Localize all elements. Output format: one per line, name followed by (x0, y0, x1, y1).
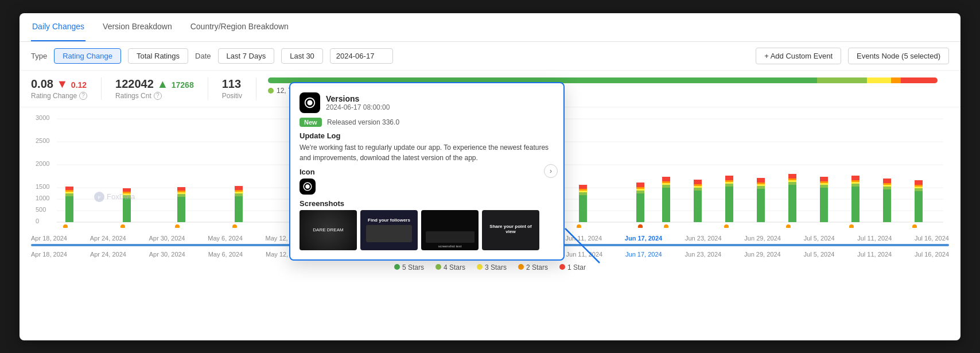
svg-rect-79 (725, 187, 733, 222)
tab-daily-changes[interactable]: Daily Changes (31, 13, 85, 41)
tabs-bar: Daily Changes Version Breakdown Country/… (20, 13, 960, 42)
svg-rect-18 (65, 187, 73, 190)
svg-rect-61 (579, 191, 587, 192)
total-ratings-btn[interactable]: Total Ratings (128, 48, 188, 64)
popup-title: Versions (326, 94, 390, 103)
svg-rect-87 (757, 183, 765, 184)
3star-segment (867, 77, 891, 83)
type-label: Type (31, 52, 47, 60)
svg-rect-83 (725, 176, 733, 180)
svg-line-132 (565, 228, 600, 263)
svg-rect-29 (235, 196, 243, 222)
update-log-body: We're working fast to regularly update o… (300, 142, 554, 163)
svg-rect-86 (757, 184, 765, 186)
svg-rect-100 (851, 184, 860, 187)
svg-rect-59 (579, 195, 587, 222)
popup-title-block: Versions 2024-06-17 08:00:00 (326, 94, 390, 111)
svg-rect-90 (788, 182, 796, 185)
svg-rect-76 (694, 186, 702, 188)
rating-change-value: 0.08 ▼ 0.12 (31, 77, 87, 91)
2star-segment (891, 77, 901, 83)
svg-rect-112 (915, 185, 923, 187)
svg-rect-73 (662, 177, 670, 181)
rating-change-info-icon[interactable]: ? (79, 92, 87, 100)
svg-text:1000: 1000 (36, 195, 49, 201)
popup-header: Versions 2024-06-17 08:00:00 › (300, 92, 554, 113)
svg-rect-107 (883, 183, 891, 185)
svg-point-124 (637, 224, 643, 228)
svg-rect-69 (662, 188, 670, 222)
legend-4stars: 4 Stars (435, 263, 465, 271)
popup-next-btn[interactable]: › (544, 164, 558, 178)
x-label-2: Apr 30, 2024 (149, 235, 185, 242)
svg-rect-78 (694, 180, 702, 184)
popup-released: New Released version 336.0 (300, 118, 554, 127)
4star-dot (268, 88, 274, 94)
x-label-13: Jul 5, 2024 (804, 235, 835, 242)
metric-rating-change: 0.08 ▼ 0.12 Rating Change ? (31, 77, 102, 100)
svg-rect-33 (235, 186, 243, 190)
svg-rect-110 (915, 188, 923, 191)
svg-text:1500: 1500 (36, 183, 49, 190)
svg-rect-65 (636, 191, 644, 193)
tab-country-breakdown[interactable]: Country/Region Breakdown (189, 13, 290, 41)
svg-rect-60 (579, 192, 587, 195)
svg-rect-62 (579, 189, 587, 191)
svg-rect-16 (65, 192, 73, 193)
svg-rect-21 (123, 193, 131, 195)
add-custom-event-btn[interactable]: + Add Custom Event (756, 48, 841, 64)
svg-rect-103 (851, 176, 860, 180)
update-log-title: Update Log (300, 131, 554, 140)
arrow-indicator (562, 226, 608, 274)
released-text: Released version 336.0 (327, 118, 399, 126)
legend-3stars: 3 Stars (477, 263, 507, 271)
screenshot-2: Find your followers (360, 210, 418, 250)
svg-rect-93 (788, 174, 796, 179)
positive-label: Positiv (222, 92, 242, 100)
tab-version-breakdown[interactable]: Version Breakdown (102, 13, 173, 41)
svg-rect-82 (725, 180, 733, 182)
screenshot-3: screenshot text (421, 210, 479, 250)
svg-rect-81 (725, 182, 733, 184)
metric-ratings-cnt: 122042 ▲ 17268 Ratings Cnt ? (102, 77, 208, 100)
svg-point-115 (120, 224, 125, 228)
svg-rect-95 (820, 185, 828, 188)
svg-rect-71 (662, 183, 670, 185)
svg-rect-30 (235, 193, 243, 196)
svg-rect-22 (123, 192, 131, 193)
svg-rect-109 (915, 191, 923, 222)
svg-rect-64 (636, 193, 644, 222)
svg-rect-98 (820, 177, 828, 181)
svg-rect-17 (65, 190, 73, 192)
svg-rect-92 (788, 179, 796, 180)
x-label-3: May 6, 2024 (208, 235, 243, 242)
svg-rect-104 (883, 189, 891, 222)
svg-point-125 (664, 224, 668, 228)
svg-text:2500: 2500 (36, 137, 49, 144)
svg-text:500: 500 (36, 206, 46, 213)
svg-rect-77 (694, 184, 702, 186)
events-node-btn[interactable]: Events Node (5 selected) (848, 48, 949, 64)
rating-change-btn[interactable]: Rating Change (54, 48, 121, 64)
bottom-legend: 5 Stars 4 Stars 3 Stars 2 Stars 1 Star (20, 260, 960, 275)
rating-change-label: Rating Change ? (31, 92, 87, 100)
x-label-1: Apr 24, 2024 (90, 235, 126, 242)
svg-point-114 (63, 224, 68, 228)
main-container: Daily Changes Version Breakdown Country/… (20, 13, 960, 340)
legend-5stars: 5 Stars (394, 263, 424, 271)
legend-2stars: 2 Stars (518, 263, 548, 271)
svg-text:0: 0 (36, 218, 39, 224)
svg-rect-91 (788, 180, 796, 182)
last-30-btn[interactable]: Last 30 (281, 48, 323, 64)
ratings-cnt-info-icon[interactable]: ? (154, 92, 162, 100)
svg-rect-89 (788, 185, 796, 222)
screenshot-1: DARE DREAM (300, 210, 357, 250)
x-label-14: Jul 11, 2024 (857, 235, 892, 242)
svg-rect-80 (725, 184, 733, 187)
svg-rect-88 (757, 178, 765, 183)
date-input[interactable] (330, 48, 393, 64)
last-7-days-btn[interactable]: Last 7 Days (218, 48, 275, 64)
version-popup: Versions 2024-06-17 08:00:00 › New Relea… (289, 82, 565, 261)
svg-point-126 (724, 224, 729, 228)
svg-rect-74 (694, 191, 702, 222)
